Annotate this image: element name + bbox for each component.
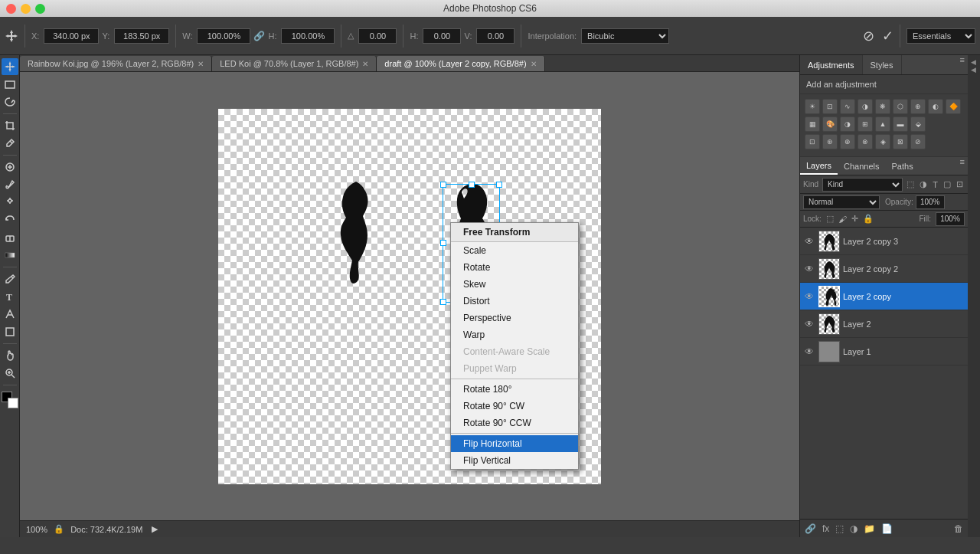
tab-2-close[interactable]: ✕ xyxy=(531,60,537,68)
cm-skew[interactable]: Skew xyxy=(451,276,578,293)
tool-text[interactable]: T xyxy=(2,288,18,305)
minimize-button[interactable] xyxy=(21,4,31,14)
tool-clone[interactable] xyxy=(2,194,18,211)
adj-levels[interactable]: ⊡ xyxy=(822,99,838,114)
close-button[interactable] xyxy=(6,4,16,14)
adjustments-tab[interactable]: Adjustments xyxy=(800,55,863,74)
adj-icon-3b[interactable]: ⊛ xyxy=(822,134,838,149)
adj-icon-3f[interactable]: ⊠ xyxy=(893,134,908,149)
layer-delete-btn[interactable]: 🗑 xyxy=(952,522,965,536)
tab-layers[interactable]: Layers xyxy=(800,157,838,175)
tab-1-close[interactable]: ✕ xyxy=(362,60,368,68)
adj-hsl[interactable]: ⬡ xyxy=(893,99,908,114)
toolbar-move-icon[interactable] xyxy=(5,29,18,43)
layer-1-visibility[interactable]: 👁 xyxy=(803,264,815,274)
lock-transparent-icon[interactable]: ⬚ xyxy=(826,214,834,224)
status-arrow[interactable]: ▶ xyxy=(152,524,158,534)
adj-colorlookup[interactable]: 🎨 xyxy=(822,116,838,132)
adj-selectcolor[interactable]: ⬙ xyxy=(910,116,926,132)
cm-flip-horizontal[interactable]: Flip Horizontal xyxy=(451,435,578,452)
layer-3-visibility[interactable]: 👁 xyxy=(803,319,815,329)
tool-shape[interactable] xyxy=(2,323,18,340)
tool-eraser[interactable] xyxy=(2,229,18,246)
tab-2[interactable]: draft @ 100% (Layer 2 copy, RGB/8#) ✕ xyxy=(377,56,544,71)
fill-input[interactable] xyxy=(936,212,965,226)
adj-gradient-map[interactable]: ▬ xyxy=(893,116,908,132)
adj-icon-3c[interactable]: ⊕ xyxy=(840,134,855,149)
adj-icon-3a[interactable]: ⊡ xyxy=(805,134,820,149)
tool-lasso[interactable] xyxy=(2,93,18,110)
handle-bottom-left[interactable] xyxy=(440,299,446,305)
tool-brush[interactable] xyxy=(2,176,18,193)
tool-move[interactable] xyxy=(2,58,18,75)
adj-posterize[interactable]: ⊞ xyxy=(858,116,873,132)
filter-smart-icon[interactable]: ⊡ xyxy=(955,179,965,190)
cm-scale[interactable]: Scale xyxy=(451,242,578,259)
adj-icon-3g[interactable]: ⊘ xyxy=(910,134,926,149)
filter-type-icon[interactable]: T xyxy=(931,179,939,190)
adj-threshold[interactable]: ▲ xyxy=(875,116,890,132)
styles-tab[interactable]: Styles xyxy=(863,55,902,74)
layers-panel-menu[interactable]: ≡ xyxy=(957,157,968,175)
tool-eyedropper[interactable] xyxy=(2,135,18,152)
adj-curves[interactable]: ∿ xyxy=(840,99,855,114)
lock-position-icon[interactable]: ✛ xyxy=(851,214,858,224)
collapse-icon[interactable]: ◀◀ xyxy=(968,55,978,77)
layer-item-0[interactable]: 👁 Layer 2 copy 3 xyxy=(800,228,968,255)
skewv-input[interactable] xyxy=(476,28,514,44)
tool-history-brush[interactable] xyxy=(2,211,18,228)
h-input[interactable] xyxy=(281,28,335,44)
layer-2-visibility[interactable]: 👁 xyxy=(803,291,815,302)
adj-invert[interactable]: ◑ xyxy=(840,116,855,132)
commit-transform-icon[interactable]: ✓ xyxy=(882,28,893,44)
layer-fx-btn[interactable]: fx xyxy=(821,522,831,536)
cm-rotate[interactable]: Rotate xyxy=(451,259,578,276)
lock-paint-icon[interactable]: 🖌 xyxy=(838,215,847,224)
x-input[interactable] xyxy=(44,28,99,44)
layer-item-1[interactable]: 👁 Layer 2 copy 2 xyxy=(800,255,968,283)
tool-select-rect[interactable] xyxy=(2,76,18,93)
cm-warp[interactable]: Warp xyxy=(451,326,578,343)
layer-link-btn[interactable]: 🔗 xyxy=(803,522,818,536)
layer-4-visibility[interactable]: 👁 xyxy=(803,346,815,357)
skewh-input[interactable] xyxy=(423,28,461,44)
tab-0-close[interactable]: ✕ xyxy=(198,60,204,68)
layer-item-2[interactable]: 👁 Layer 2 copy xyxy=(800,283,968,310)
handle-top-right[interactable] xyxy=(496,182,502,188)
filter-shape-icon[interactable]: ▢ xyxy=(942,179,952,190)
tab-paths[interactable]: Paths xyxy=(886,157,920,175)
tool-heal[interactable] xyxy=(2,159,18,175)
tab-0[interactable]: Rainbow Koi.jpg @ 196% (Layer 2, RGB/8#)… xyxy=(20,56,212,71)
w-input[interactable] xyxy=(197,28,250,44)
adj-channelmix[interactable]: ▦ xyxy=(805,116,820,132)
cm-rotate-180[interactable]: Rotate 180° xyxy=(451,381,578,398)
color-swatch[interactable] xyxy=(2,392,18,408)
tool-hand[interactable] xyxy=(2,347,18,364)
layer-adj-btn[interactable]: ◑ xyxy=(848,522,859,536)
handle-mid-left[interactable] xyxy=(440,240,446,246)
tab-channels[interactable]: Channels xyxy=(838,157,885,175)
filter-pixel-icon[interactable]: ⬚ xyxy=(905,179,916,190)
y-input[interactable] xyxy=(114,28,169,44)
adj-exposure[interactable]: ◑ xyxy=(858,99,873,114)
cm-perspective[interactable]: Perspective xyxy=(451,310,578,326)
cancel-transform-icon[interactable]: ⊘ xyxy=(863,28,874,44)
adj-bw[interactable]: ◐ xyxy=(928,99,943,114)
adj-brightness[interactable]: ☀ xyxy=(805,99,820,114)
layer-0-visibility[interactable]: 👁 xyxy=(803,236,815,247)
handle-top-left[interactable] xyxy=(440,182,446,188)
maximize-button[interactable] xyxy=(35,4,45,14)
layer-mask-btn[interactable]: ⬚ xyxy=(834,522,845,536)
filter-adj-icon[interactable]: ◑ xyxy=(918,179,929,190)
cm-rotate-90ccw[interactable]: Rotate 90° CCW xyxy=(451,415,578,431)
interpolation-select[interactable]: Bicubic Bilinear Nearest Neighbor xyxy=(581,28,669,44)
workspace-select[interactable]: Essentials xyxy=(906,28,975,44)
kind-select[interactable]: Kind xyxy=(822,178,903,192)
layer-item-3[interactable]: 👁 Layer 2 xyxy=(800,310,968,338)
adj-panel-menu[interactable]: ≡ xyxy=(957,55,968,74)
layer-item-4[interactable]: 👁 Layer 1 xyxy=(800,338,968,366)
adj-icon-3d[interactable]: ⊗ xyxy=(858,134,873,149)
adj-vibrance[interactable]: ❋ xyxy=(875,99,890,114)
cm-flip-vertical[interactable]: Flip Vertical xyxy=(451,452,578,469)
layer-new-btn[interactable]: 📄 xyxy=(880,522,894,536)
